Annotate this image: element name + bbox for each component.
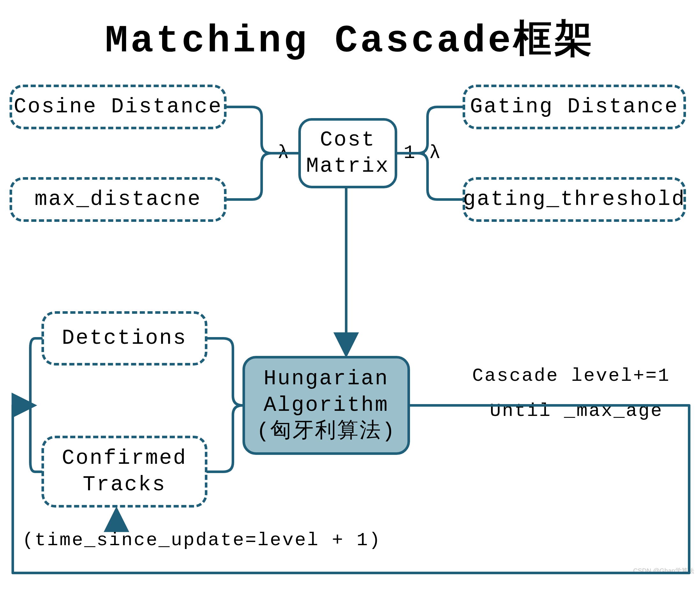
diagram-title: Matching Cascade框架 (0, 13, 700, 65)
diagram-canvas: Matching Cascade框架 Cosine Distance max_d… (0, 0, 700, 602)
node-detections: Detctions (42, 311, 207, 365)
node-hungarian-algorithm: Hungarian Algorithm (匈牙利算法) (243, 356, 410, 455)
node-cost-matrix: Cost Matrix (298, 118, 397, 188)
label-one-minus-lambda: 1-λ (404, 142, 442, 164)
node-max-distance: max_distacne (9, 177, 227, 222)
label-time-since-update: (time_since_update=level + 1) (22, 530, 381, 551)
node-confirmed-tracks: Confirmed Tracks (42, 436, 207, 507)
node-cosine-distance: Cosine Distance (9, 85, 227, 129)
node-gating-distance: Gating Distance (462, 85, 686, 129)
watermark: CSDN @Ghan学算法 (633, 567, 694, 575)
label-lambda: λ (278, 142, 290, 164)
node-gating-threshold: gating_threshold (462, 177, 686, 222)
label-until-max-age: Until _max_age (490, 401, 663, 422)
label-cascade-increment: Cascade level+=1 (472, 365, 670, 386)
